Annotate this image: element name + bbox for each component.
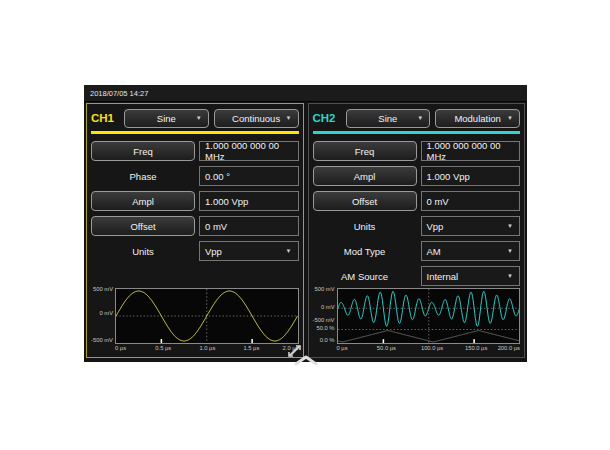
ch1-ampl-value[interactable]: 1.000 Vpp	[199, 191, 299, 211]
ch1-ampl-row: Ampl 1.000 Vpp	[91, 191, 299, 211]
ch2-run-mode-select[interactable]: Modulation ▼	[435, 109, 520, 128]
ch1-freq-value[interactable]: 1.000 000 000 00 MHz	[199, 141, 299, 161]
status-bar: 2018/07/05 14:27	[84, 85, 527, 102]
x-tick-label: 50.0 µs	[377, 345, 396, 351]
function-generator-screen: 2018/07/05 14:27 CH1 Sine ▼ Continuous ▼	[84, 85, 527, 362]
ch1-waveform-graph[interactable]: 500 mV 0 mV -500 mV 0 µs 0.5 µs 1.0 µs 1…	[91, 288, 299, 353]
ch2-am-waveform	[338, 289, 520, 343]
expand-graph-icon[interactable]	[287, 344, 301, 358]
y-tick-label: -500 mV	[91, 337, 113, 343]
chevron-down-icon: ▼	[507, 248, 513, 254]
ch2-label: CH2	[313, 112, 341, 124]
ch2-units-select[interactable]: Vpp ▼	[421, 216, 521, 236]
x-tick-label: 0 µs	[115, 345, 126, 351]
ch2-am-source-select[interactable]: Internal ▼	[421, 266, 521, 286]
ch1-plot-area	[115, 288, 299, 344]
ch1-sine-waveform	[116, 289, 298, 343]
ch2-ampl-value[interactable]: 1.000 Vpp	[421, 166, 521, 186]
y-tick-label: 0 mV	[99, 310, 113, 316]
ch2-offset-row: Offset 0 mV	[313, 191, 521, 211]
x-tick-label: 100.0 µs	[421, 345, 443, 351]
y-tick-label: 500 mV	[93, 286, 113, 292]
ch2-offset-button[interactable]: Offset	[313, 191, 417, 211]
y-tick-label: 0 mV	[321, 304, 335, 310]
ch1-units-label: Units	[91, 241, 195, 261]
ch1-freq-row: Freq 1.000 000 000 00 MHz	[91, 141, 299, 161]
y-tick-label: 500 mV	[315, 286, 335, 292]
ch1-offset-button[interactable]: Offset	[91, 216, 195, 236]
ch1-phase-row: Phase 0.00 °	[91, 166, 299, 186]
ch2-x-axis-labels: 0 µs 50.0 µs 100.0 µs 150.0 µs 200.0 µs	[337, 344, 521, 353]
ch2-accent-bar	[313, 131, 521, 134]
x-tick-label: 1.0 µs	[199, 345, 215, 351]
ch1-x-axis-labels: 0 µs 0.5 µs 1.0 µs 1.5 µs 2.0 µs	[115, 344, 299, 353]
chevron-down-icon: ▼	[507, 273, 513, 279]
ch1-phase-value[interactable]: 0.00 °	[199, 166, 299, 186]
ch2-offset-value[interactable]: 0 mV	[421, 191, 521, 211]
ch2-mod-type-value: AM	[427, 246, 441, 257]
ch1-units-value: Vpp	[205, 246, 222, 257]
ch2-units-value: Vpp	[427, 221, 444, 232]
ch2-mod-type-label: Mod Type	[313, 241, 417, 261]
ch1-run-mode-value: Continuous	[232, 113, 280, 124]
y-tick-label: 50.0 %	[316, 325, 334, 331]
ch1-header: CH1 Sine ▼ Continuous ▼	[91, 107, 299, 129]
ch2-parameter-rows: Freq 1.000 000 000 00 MHz Ampl 1.000 Vpp…	[313, 141, 521, 286]
ch1-ampl-button[interactable]: Ampl	[91, 191, 195, 211]
ch1-panel: CH1 Sine ▼ Continuous ▼ Freq 1.000 000 0…	[86, 103, 304, 358]
ch2-freq-button[interactable]: Freq	[313, 141, 417, 161]
ch1-accent-bar	[91, 131, 299, 134]
x-tick-label: 150.0 µs	[465, 345, 487, 351]
ch2-plot-area	[337, 288, 521, 344]
ch2-ampl-row: Ampl 1.000 Vpp	[313, 166, 521, 186]
x-tick-label: 0.5 µs	[155, 345, 171, 351]
ch2-y-axis-labels: 500 mV 0 mV -500 mV 50.0 % 0.0 %	[313, 288, 337, 344]
ch2-header: CH2 Sine ▼ Modulation ▼	[313, 107, 521, 129]
ch1-waveform-value: Sine	[157, 113, 176, 124]
ch2-am-source-row: AM Source Internal ▼	[313, 266, 521, 286]
ch2-waveform-value: Sine	[378, 113, 397, 124]
channel-panels: CH1 Sine ▼ Continuous ▼ Freq 1.000 000 0…	[84, 102, 527, 360]
ch1-offset-value[interactable]: 0 mV	[199, 216, 299, 236]
ch1-offset-row: Offset 0 mV	[91, 216, 299, 236]
ch2-ampl-button[interactable]: Ampl	[313, 166, 417, 186]
screenshot-root: 2018/07/05 14:27 CH1 Sine ▼ Continuous ▼	[0, 0, 610, 450]
ch2-units-label: Units	[313, 216, 417, 236]
ch2-am-source-label: AM Source	[313, 266, 417, 286]
ch1-waveform-select[interactable]: Sine ▼	[124, 109, 209, 128]
chevron-down-icon: ▼	[417, 115, 423, 121]
ch1-parameter-rows: Freq 1.000 000 000 00 MHz Phase 0.00 ° A…	[91, 141, 299, 261]
datetime-label: 2018/07/05 14:27	[90, 89, 148, 98]
ch2-run-mode-value: Modulation	[454, 113, 500, 124]
chevron-down-icon: ▼	[286, 115, 292, 121]
chevron-down-icon: ▼	[507, 223, 513, 229]
ch1-y-axis-labels: 500 mV 0 mV -500 mV	[91, 288, 115, 344]
ch1-phase-label: Phase	[91, 166, 195, 186]
ch2-am-source-value: Internal	[427, 271, 459, 282]
ch1-freq-button[interactable]: Freq	[91, 141, 195, 161]
chevron-down-icon: ▼	[196, 115, 202, 121]
ch2-mod-type-select[interactable]: AM ▼	[421, 241, 521, 261]
y-tick-label: -500 mV	[313, 317, 335, 323]
y-tick-label: 0.0 %	[320, 337, 335, 343]
chevron-down-icon: ▼	[507, 115, 513, 121]
ch1-units-row: Units Vpp ▼	[91, 241, 299, 261]
ch2-mod-type-row: Mod Type AM ▼	[313, 241, 521, 261]
x-tick-label: 0 µs	[337, 345, 348, 351]
x-tick-label: 1.5 µs	[243, 345, 259, 351]
ch2-units-row: Units Vpp ▼	[313, 216, 521, 236]
ch2-panel: CH2 Sine ▼ Modulation ▼ Freq 1.000 000 0…	[308, 103, 526, 358]
ch2-freq-row: Freq 1.000 000 000 00 MHz	[313, 141, 521, 161]
ch1-run-mode-select[interactable]: Continuous ▼	[214, 109, 299, 128]
ch2-freq-value[interactable]: 1.000 000 000 00 MHz	[421, 141, 521, 161]
chevron-down-icon: ▼	[286, 248, 292, 254]
x-tick-label: 200.0 µs	[498, 345, 520, 351]
ch2-waveform-graph[interactable]: 500 mV 0 mV -500 mV 50.0 % 0.0 % 0 µs 50…	[313, 288, 521, 353]
ch1-units-select[interactable]: Vpp ▼	[199, 241, 299, 261]
ch1-label: CH1	[91, 112, 119, 124]
ch2-waveform-select[interactable]: Sine ▼	[346, 109, 431, 128]
